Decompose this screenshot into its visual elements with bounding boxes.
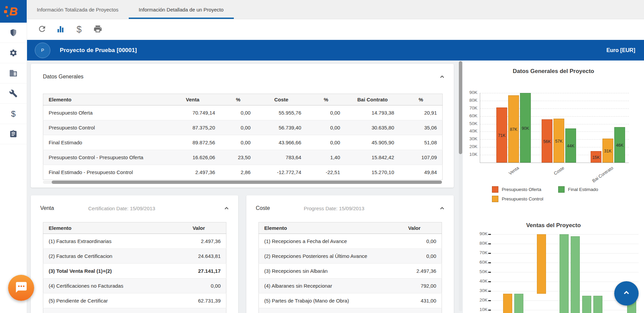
chart1-legend: Presupuesto OfertaFinal EstimadoPresupue… xyxy=(492,186,610,202)
column-header: Elemento xyxy=(43,222,172,234)
y-axis-tick-label: 10K xyxy=(463,152,477,157)
horizontal-scrollbar xyxy=(43,180,442,184)
collapse-button[interactable] xyxy=(224,206,229,213)
app-logo[interactable]: B xyxy=(0,0,27,23)
table-row: (2) Recepciones Posteriores al Último Av… xyxy=(259,249,442,264)
refresh-button[interactable] xyxy=(37,25,47,35)
chevron-up-icon xyxy=(224,207,229,212)
legend-swatch xyxy=(558,186,565,193)
print-button[interactable] xyxy=(93,25,103,35)
cell: 2,86 xyxy=(221,165,256,180)
cell: 0,00 xyxy=(307,105,346,120)
y-axis-tick-label: 20K xyxy=(463,144,477,149)
cell: 0,00 xyxy=(221,105,256,120)
cell: 89.872,56 xyxy=(165,135,221,150)
table-row: Final Estimado - Presupuesto Control2.49… xyxy=(43,165,443,180)
tab-informacion-totalizada[interactable]: Información Totalizada de Proyectos xyxy=(27,0,129,19)
cell: 16.626,06 xyxy=(165,150,221,165)
bar-value-label: 87K xyxy=(508,127,519,132)
tab-informacion-detallada[interactable]: Información Detallada de un Proyecto xyxy=(129,0,234,19)
cell: (3) Total Venta Real (1)+(2) xyxy=(43,264,172,279)
cell: 0,00 xyxy=(221,120,256,135)
table-header-row: ElementoValor xyxy=(259,222,442,234)
legend-label: Final Estimado xyxy=(568,187,598,192)
cell: 87.375,20 xyxy=(165,120,221,135)
column-header: Bai Contrato xyxy=(346,94,400,105)
main-area: Información Totalizada de Proyectos Info… xyxy=(27,0,644,313)
scroll-to-top-button[interactable] xyxy=(614,281,639,306)
cell: (1) Recepciones a Fecha del Avance xyxy=(259,234,387,249)
y-axis-tick-label: 30K xyxy=(473,288,488,293)
bar xyxy=(503,294,512,313)
legend-item: Final Estimado xyxy=(558,186,598,193)
cards-row: Venta Certification Date: 15/09/2013 Ele… xyxy=(31,195,454,313)
datos-generales-table: ElementoVenta%Coste%Bai Contrato%Presupu… xyxy=(43,94,443,180)
cell: (2) Recepciones Posteriores al Último Av… xyxy=(259,249,387,264)
table-row: (5) Pendiente de Certificar62.731,39 xyxy=(43,293,226,308)
cell: 0,00 xyxy=(307,135,346,150)
y-axis-tick-label: 90K xyxy=(463,90,477,95)
charts-panel: Datos Generales del Proyecto 10K20K30K40… xyxy=(463,61,644,313)
chat-button[interactable] xyxy=(8,275,34,301)
cell: 2.497,36 xyxy=(387,264,442,279)
body-row: Datos Generales ElementoVenta%Coste%Bai … xyxy=(27,61,644,313)
currency-button[interactable]: $ xyxy=(74,25,84,35)
coste-table: ElementoValor(1) Recepciones a Fecha del… xyxy=(258,222,442,313)
bar xyxy=(560,234,569,313)
building-icon xyxy=(9,69,18,77)
cell: 431,00 xyxy=(387,293,442,308)
table-row: (4) Certificaciones no Facturadas0,00 xyxy=(43,279,226,293)
collapse-button[interactable] xyxy=(439,206,445,213)
vertical-scrollbar-thumb[interactable] xyxy=(459,61,462,154)
table-row: (5) Partes de Trabajo (Mano de Obra)431,… xyxy=(259,293,442,308)
bar-value-label: 71K xyxy=(496,133,507,138)
chat-icon xyxy=(15,281,28,295)
y-axis-tick-label: 50K xyxy=(463,121,477,126)
sidebar-item-finance[interactable]: $ xyxy=(0,104,27,124)
sidebar-item-company[interactable] xyxy=(0,63,27,83)
table-header-row: ElementoVenta%Coste%Bai Contrato% xyxy=(43,94,443,105)
cell: 24.643,81 xyxy=(172,249,226,264)
cell: 15.842,42 xyxy=(346,150,400,165)
sidebar-item-settings[interactable] xyxy=(0,43,27,63)
cell: (4) Certificaciones no Facturadas xyxy=(43,279,172,293)
cell: 0,00 xyxy=(387,249,442,264)
chart2-plot: 10K20K30K40K50K60K70K80K90K xyxy=(492,234,639,313)
legend-label: Presupuesto Control xyxy=(502,196,543,201)
cell: (3) Recepciones sin Albarán xyxy=(259,264,387,279)
sidebar-item-reports[interactable] xyxy=(0,124,27,144)
app-window: B $ xyxy=(0,0,644,313)
cell: 0,00 xyxy=(221,135,256,150)
gridline xyxy=(480,101,629,101)
column-header: Valor xyxy=(172,222,226,234)
gear-icon xyxy=(9,49,18,57)
table-row: Presupuesto Control87.375,200,0056.739,4… xyxy=(43,120,443,135)
cell: -12.772,74 xyxy=(256,165,307,180)
collapse-button[interactable] xyxy=(439,74,445,81)
cell: 35,06 xyxy=(400,120,443,135)
wrench-icon xyxy=(9,89,18,98)
project-avatar[interactable]: P xyxy=(35,43,50,58)
horizontal-scrollbar-thumb[interactable] xyxy=(52,180,442,184)
bar xyxy=(571,236,580,313)
chevron-up-icon xyxy=(439,207,445,212)
sidebar-item-tools[interactable] xyxy=(0,83,27,104)
bar-value-label: 57K xyxy=(553,139,564,144)
table-row: (3) Total Venta Real (1)+(2)27.141,17 xyxy=(43,264,226,279)
cell: Final Estimado xyxy=(43,135,165,150)
bar xyxy=(582,296,591,313)
y-axis-tick xyxy=(488,243,491,244)
y-axis-tick xyxy=(488,281,491,282)
y-axis-tick-label: 20K xyxy=(473,297,488,303)
column-header: Venta xyxy=(165,94,221,105)
gridline xyxy=(480,93,629,93)
column-header: Elemento xyxy=(259,222,387,234)
chart-view-button[interactable] xyxy=(55,25,66,35)
cell: (1) Facturas Extraordinarias xyxy=(43,234,172,249)
x-axis-category-label: Bai Contrato xyxy=(586,165,614,187)
bar-value-label: 90K xyxy=(520,126,531,131)
dollar-icon: $ xyxy=(76,24,81,35)
venta-card: Venta Certification Date: 15/09/2013 Ele… xyxy=(31,195,238,313)
sidebar-item-security[interactable] xyxy=(0,23,27,43)
logo-square xyxy=(6,15,8,17)
